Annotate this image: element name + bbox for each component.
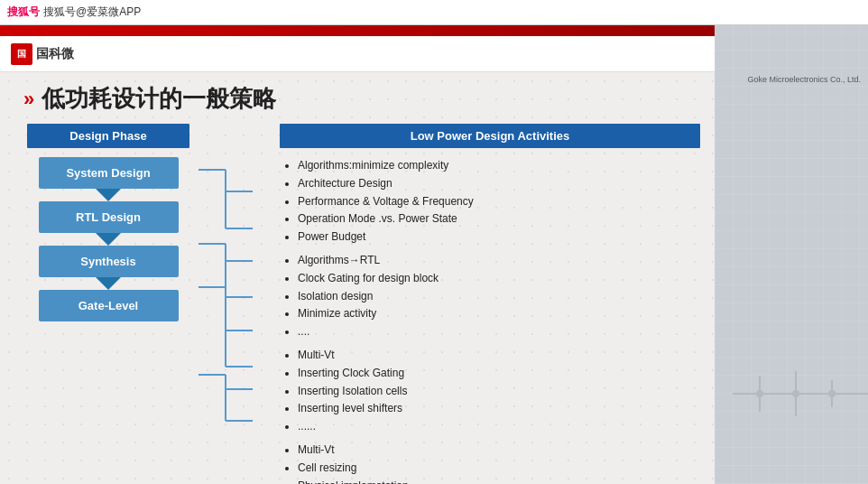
arrow-2 <box>96 233 121 246</box>
watermark-text: 搜狐号@爱菜微APP <box>43 5 141 20</box>
phase-gate-level: Gate-Level <box>39 290 179 321</box>
act-1-item-3: Performance & Voltage & Frequency <box>298 193 700 211</box>
red-accent-bar <box>0 25 715 36</box>
activity-group-1: Algorithms:minimize complexity Architect… <box>280 157 700 247</box>
watermark-bar: 搜狐号 搜狐号@爱菜微APP <box>0 0 868 25</box>
slide-header: 国 国科微 <box>0 36 715 72</box>
slide-inner: » 低功耗设计的一般策略 Design Phase System Design <box>0 72 715 484</box>
connectors-area <box>199 124 280 484</box>
act-3-item-3: Inserting Isolation cells <box>298 383 700 401</box>
act-3-item-5: ...... <box>298 418 700 436</box>
main-row: 国 国科微 » 低功耗设计的一般策略 Design Phase <box>0 25 868 484</box>
phase-rtl-design: RTL Design <box>39 201 179 233</box>
act-3-item-4: Inserting level shifters <box>298 400 700 418</box>
diagram-container: Design Phase System Design RTL Design Sy… <box>18 124 700 484</box>
act-4-item-3: Physical implematation <box>298 478 700 484</box>
act-2-item-4: Minimize activity <box>298 305 700 323</box>
logo-icon: 国 <box>11 43 32 65</box>
phase-synthesis: Synthesis <box>39 246 179 277</box>
act-2-item-1: Algorithms→RTL <box>298 252 700 270</box>
logo-text: 国科微 <box>36 46 74 62</box>
act-1-item-4: Operation Mode .vs. Power State <box>298 210 700 228</box>
act-1-item-1: Algorithms:minimize complexity <box>298 157 700 175</box>
connector-svg <box>199 154 280 461</box>
logo-box: 国 国科微 <box>11 43 74 65</box>
right-deco-panel: Goke Microelectronics Co., Ltd. <box>715 25 868 484</box>
sohu-icon: 搜狐号 <box>7 5 40 20</box>
act-4-item-2: Cell resizing <box>298 460 700 478</box>
activity-group-3: Multi-Vt Inserting Clock Gating Insertin… <box>280 347 700 436</box>
phase-system-design: System Design <box>39 157 179 189</box>
company-name: Goke Microelectronics Co., Ltd. <box>747 75 861 84</box>
act-4-item-1: Multi-Vt <box>298 442 700 460</box>
act-2-item-2: Clock Gating for design block <box>298 270 700 288</box>
svg-point-25 <box>756 390 763 397</box>
slide-title: » 低功耗设计的一般策略 <box>23 83 700 115</box>
act-3-item-2: Inserting Clock Gating <box>298 365 700 383</box>
act-2-item-3: Isolation design <box>298 288 700 306</box>
activities-header: Low Power Design Activities <box>280 124 700 148</box>
svg-point-27 <box>828 390 836 397</box>
act-1-item-2: Architecture Design <box>298 175 700 193</box>
arrow-3 <box>96 277 121 290</box>
slide-wrapper: 国 国科微 » 低功耗设计的一般策略 Design Phase <box>0 25 715 484</box>
activity-group-2: Algorithms→RTL Clock Gating for design b… <box>280 252 700 341</box>
circuit-deco <box>724 358 868 430</box>
act-2-item-5: .... <box>298 323 700 341</box>
arrow-1 <box>96 189 121 201</box>
title-text: 低功耗设计的一般策略 <box>42 83 276 115</box>
act-3-item-1: Multi-Vt <box>298 347 700 365</box>
activities-column: Low Power Design Activities Algorithms:m… <box>280 124 700 484</box>
act-1-item-5: Power Budget <box>298 228 700 247</box>
svg-point-26 <box>792 390 799 397</box>
phase-column: Design Phase System Design RTL Design Sy… <box>18 124 199 484</box>
phase-header: Design Phase <box>27 124 189 148</box>
title-arrow: » <box>23 88 34 111</box>
activity-group-4: Multi-Vt Cell resizing Physical implemat… <box>280 442 700 484</box>
